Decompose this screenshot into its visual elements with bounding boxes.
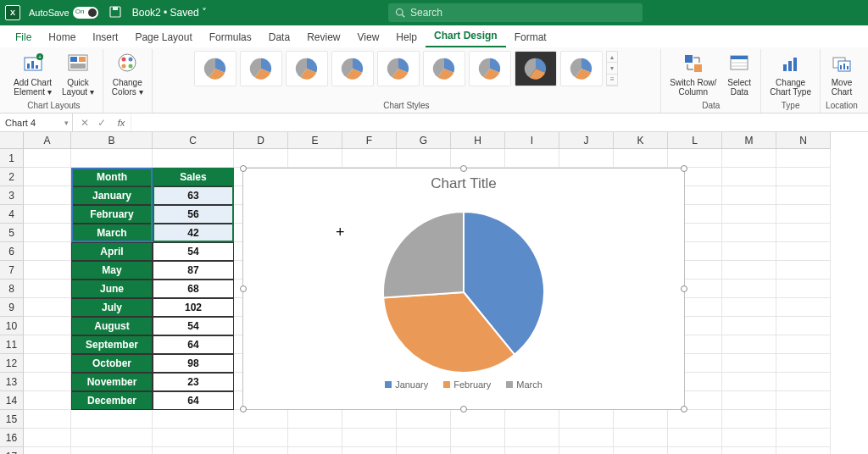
row-header-7[interactable]: 7: [0, 261, 24, 280]
document-title[interactable]: Book2 • Saved ˅: [132, 7, 207, 19]
table-row[interactable]: February: [71, 205, 153, 224]
table-row[interactable]: 102: [153, 298, 234, 317]
cancel-formula-icon[interactable]: ✕: [78, 117, 92, 129]
add-chart-element-button[interactable]: + Add Chart Element ▾: [10, 51, 55, 97]
embedded-chart[interactable]: Chart Title January February March: [242, 168, 685, 410]
select-data-button[interactable]: Select Data: [723, 51, 755, 97]
col-header-B[interactable]: B: [71, 132, 153, 149]
row-header-1[interactable]: 1: [0, 149, 24, 168]
table-row[interactable]: 64: [153, 335, 234, 354]
table-row[interactable]: 68: [153, 280, 234, 298]
col-header-K[interactable]: K: [614, 132, 668, 149]
table-header-sales[interactable]: Sales: [153, 168, 234, 186]
chart-style-7[interactable]: [469, 51, 511, 86]
col-header-G[interactable]: G: [397, 132, 451, 149]
save-icon[interactable]: [108, 5, 122, 21]
switch-row-column-button[interactable]: Switch Row/ Column: [666, 51, 720, 97]
tab-home[interactable]: Home: [40, 28, 84, 47]
table-row[interactable]: December: [71, 391, 153, 410]
table-header-month[interactable]: Month: [71, 168, 153, 186]
tab-page-layout[interactable]: Page Layout: [126, 28, 200, 47]
table-row[interactable]: January: [71, 186, 153, 205]
col-header-J[interactable]: J: [559, 132, 614, 149]
chart-resize-handle[interactable]: [240, 165, 247, 172]
table-row[interactable]: October: [71, 354, 153, 373]
tab-formulas[interactable]: Formulas: [201, 28, 260, 47]
row-header-16[interactable]: 16: [0, 429, 24, 447]
table-row[interactable]: 54: [153, 317, 234, 335]
chart-style-3[interactable]: [286, 51, 328, 86]
table-row[interactable]: 98: [153, 354, 234, 373]
table-row[interactable]: April: [71, 242, 153, 261]
tab-view[interactable]: View: [349, 28, 388, 47]
move-chart-button[interactable]: Move Chart: [826, 51, 858, 97]
table-row[interactable]: November: [71, 373, 153, 391]
row-header-5[interactable]: 5: [0, 224, 24, 242]
spreadsheet-grid[interactable]: ABCDEFGHIJKLMN 1234567891011121314151617…: [0, 132, 868, 454]
change-chart-type-button[interactable]: Change Chart Type: [766, 51, 815, 97]
table-row[interactable]: 87: [153, 261, 234, 280]
row-header-15[interactable]: 15: [0, 410, 24, 429]
table-row[interactable]: July: [71, 298, 153, 317]
chart-style-4[interactable]: [331, 51, 374, 86]
chart-resize-handle[interactable]: [681, 406, 687, 412]
col-header-F[interactable]: F: [342, 132, 397, 149]
col-header-E[interactable]: E: [288, 132, 342, 149]
table-row[interactable]: September: [71, 335, 153, 354]
chart-style-5[interactable]: [377, 51, 420, 86]
chart-style-9[interactable]: [560, 51, 603, 86]
tab-help[interactable]: Help: [387, 28, 426, 47]
chart-resize-handle[interactable]: [240, 406, 247, 412]
chart-style-2[interactable]: [240, 51, 282, 86]
table-row[interactable]: March: [71, 224, 153, 242]
row-header-8[interactable]: 8: [0, 280, 24, 298]
col-header-H[interactable]: H: [451, 132, 505, 149]
chart-resize-handle[interactable]: [460, 165, 467, 172]
change-colors-button[interactable]: Change Colors ▾: [108, 51, 147, 97]
table-row[interactable]: 56: [153, 205, 234, 224]
col-header-C[interactable]: C: [153, 132, 234, 149]
row-header-3[interactable]: 3: [0, 186, 24, 205]
autosave-toggle[interactable]: AutoSave On: [29, 7, 98, 19]
row-header-14[interactable]: 14: [0, 391, 24, 410]
col-header-I[interactable]: I: [505, 132, 559, 149]
row-header-10[interactable]: 10: [0, 317, 24, 335]
pie-chart[interactable]: [243, 199, 684, 377]
col-header-A[interactable]: A: [24, 132, 71, 149]
chart-style-1[interactable]: [194, 51, 236, 86]
confirm-formula-icon[interactable]: ✓: [95, 117, 108, 129]
chart-styles-scroll[interactable]: ▴▾≡: [606, 51, 618, 86]
table-row[interactable]: 54: [153, 242, 234, 261]
quick-layout-button[interactable]: Quick Layout ▾: [58, 51, 97, 97]
chart-title[interactable]: Chart Title: [243, 169, 684, 199]
row-header-6[interactable]: 6: [0, 242, 24, 261]
chart-style-8[interactable]: [515, 51, 557, 86]
row-header-9[interactable]: 9: [0, 298, 24, 317]
chart-legend[interactable]: January February March: [243, 379, 684, 395]
chart-resize-handle[interactable]: [240, 285, 247, 292]
chart-resize-handle[interactable]: [681, 285, 687, 292]
table-row[interactable]: 63: [153, 186, 234, 205]
row-header-11[interactable]: 11: [0, 335, 24, 354]
row-headers[interactable]: 1234567891011121314151617: [0, 149, 24, 454]
name-box[interactable]: Chart 4: [0, 114, 73, 131]
tab-chart-design[interactable]: Chart Design: [426, 26, 506, 47]
row-header-17[interactable]: 17: [0, 447, 24, 454]
row-header-12[interactable]: 12: [0, 354, 24, 373]
col-header-L[interactable]: L: [668, 132, 722, 149]
column-headers[interactable]: ABCDEFGHIJKLMN: [24, 132, 868, 149]
search-input[interactable]: Search: [388, 3, 643, 22]
chart-style-6[interactable]: [423, 51, 465, 86]
chart-resize-handle[interactable]: [681, 165, 687, 172]
table-row[interactable]: 23: [153, 373, 234, 391]
col-header-N[interactable]: N: [776, 132, 831, 149]
table-row[interactable]: 42: [153, 224, 234, 242]
col-header-M[interactable]: M: [722, 132, 776, 149]
table-row[interactable]: May: [71, 261, 153, 280]
col-header-D[interactable]: D: [234, 132, 288, 149]
tab-review[interactable]: Review: [298, 28, 348, 47]
tab-file[interactable]: File: [7, 28, 40, 47]
table-row[interactable]: August: [71, 317, 153, 335]
select-all-corner[interactable]: [0, 132, 24, 149]
tab-format[interactable]: Format: [506, 28, 555, 47]
